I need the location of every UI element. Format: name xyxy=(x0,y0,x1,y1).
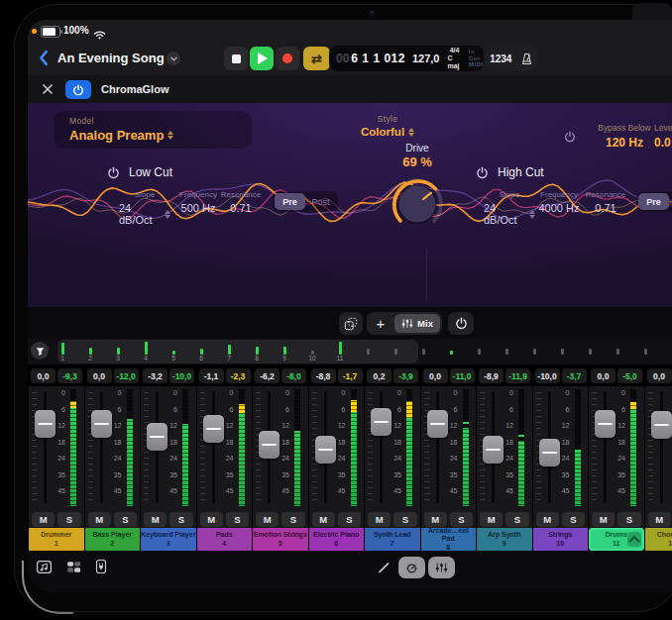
meter-peak-value[interactable]: -5,0 xyxy=(617,368,642,383)
fader-cap[interactable] xyxy=(427,410,448,438)
solo-button[interactable]: S xyxy=(393,512,416,527)
fader-cap[interactable] xyxy=(371,408,392,436)
overview-track-12[interactable] xyxy=(354,341,382,356)
low-cut-power-icon[interactable] xyxy=(107,166,120,179)
solo-button[interactable]: S xyxy=(617,512,640,527)
mute-button[interactable]: M xyxy=(88,512,111,527)
track-name-cell[interactable]: Arp Synth9 xyxy=(477,528,532,551)
metronome-icon[interactable] xyxy=(520,52,533,65)
fader-db-value[interactable]: 0,0 xyxy=(647,368,672,383)
high-cut-pre[interactable]: Pre xyxy=(638,193,669,210)
mute-button[interactable]: M xyxy=(648,512,671,527)
mute-button[interactable]: M xyxy=(256,512,279,527)
track-name-cell[interactable]: Bass Player2 xyxy=(85,528,141,551)
overview-track-5[interactable]: 5 xyxy=(160,341,187,362)
bypass-power-icon[interactable] xyxy=(564,131,576,143)
track-name-cell[interactable]: Chorus V12 xyxy=(645,528,672,551)
mute-button[interactable]: M xyxy=(480,512,503,527)
track-name-cell[interactable]: Strings10 xyxy=(533,528,589,551)
overview-track-16[interactable] xyxy=(465,341,493,356)
song-menu-chevron-icon[interactable] xyxy=(167,52,180,65)
overview-track-14[interactable] xyxy=(409,341,437,356)
overview-track-3[interactable]: 3 xyxy=(104,341,132,362)
overview-track-8[interactable]: 8 xyxy=(243,341,271,362)
solo-button[interactable]: S xyxy=(562,512,585,527)
plugin-power-button[interactable] xyxy=(65,80,91,99)
solo-button[interactable]: S xyxy=(114,512,137,527)
meter-peak-value[interactable]: -8,0 xyxy=(281,368,306,383)
pencil-icon[interactable] xyxy=(377,561,391,574)
track-name-cell[interactable]: Synth Lead7 xyxy=(365,528,420,551)
drive-knob[interactable] xyxy=(388,174,447,238)
style-select[interactable]: Style Colorful xyxy=(361,114,414,138)
solo-button[interactable]: S xyxy=(57,512,80,527)
fader-db-value[interactable]: -10,0 xyxy=(535,368,560,383)
high-cut-power-icon[interactable] xyxy=(476,166,489,179)
back-button[interactable] xyxy=(38,50,52,67)
overview-track-6[interactable]: 6 xyxy=(187,341,215,362)
mute-button[interactable]: M xyxy=(368,512,391,527)
track-name-cell[interactable]: Keyboard Player3 xyxy=(141,528,196,551)
fader-db-value[interactable]: 0,0 xyxy=(31,368,56,383)
track-name-cell[interactable]: Drummer1 xyxy=(29,528,84,551)
count-in-button[interactable]: 1234 xyxy=(490,53,511,64)
cycle-button[interactable]: ⇄ xyxy=(303,47,330,70)
overview-track-4[interactable]: 4 xyxy=(132,341,160,362)
solo-button[interactable]: S xyxy=(505,512,528,527)
fader-db-value[interactable]: -8,9 xyxy=(479,368,504,383)
tracks-overview-strip[interactable]: 1234567891011 xyxy=(28,339,672,364)
mute-button[interactable]: M xyxy=(592,512,615,527)
low-cut-pre-post-toggle[interactable]: Pre Post xyxy=(273,191,338,212)
fader-db-value[interactable]: 0,0 xyxy=(423,368,448,383)
mute-button[interactable]: M xyxy=(144,512,167,527)
solo-button[interactable]: S xyxy=(338,512,361,527)
plugins-icon[interactable] xyxy=(93,559,109,574)
low-cut-frequency[interactable]: Frequency 500 Hz xyxy=(174,190,222,214)
low-cut-post[interactable]: Post xyxy=(305,193,336,210)
overview-track-1[interactable]: 1 xyxy=(49,341,76,362)
fader-cap[interactable] xyxy=(91,410,112,438)
play-button[interactable] xyxy=(250,47,274,70)
overview-track-18[interactable] xyxy=(520,341,548,356)
add-button[interactable]: + xyxy=(367,312,394,335)
meter-peak-value[interactable]: -2,3 xyxy=(226,368,251,383)
fader-cap[interactable] xyxy=(35,410,56,438)
track-name-cell[interactable]: Arcade…eet Pad8 xyxy=(421,528,477,551)
mute-button[interactable]: M xyxy=(424,512,447,527)
overview-track-10[interactable]: 10 xyxy=(298,341,326,362)
level-field[interactable]: Level 0.0 xyxy=(654,123,672,150)
fader-cap[interactable] xyxy=(315,436,336,464)
mute-button[interactable]: M xyxy=(312,512,335,527)
lcd-display[interactable]: 00 6 1 1 012 127,0 4/4 C maj In Out MIDI xyxy=(329,46,484,71)
track-name-cell[interactable]: Emotion Strings5 xyxy=(253,528,308,551)
overview-track-21[interactable] xyxy=(604,341,631,356)
collapse-chevron-icon[interactable] xyxy=(627,532,641,547)
meter-peak-value[interactable]: -1,7 xyxy=(338,368,363,383)
fader-db-value[interactable]: -3,2 xyxy=(143,368,168,383)
fader-db-value[interactable]: -6,2 xyxy=(255,368,280,383)
model-select[interactable]: Model Analog Preamp xyxy=(54,111,252,149)
meter-peak-value[interactable]: -10,0 xyxy=(169,368,194,383)
meter-peak-value[interactable]: -12,0 xyxy=(114,368,139,383)
overview-track-22[interactable] xyxy=(631,341,659,356)
overview-track-9[interactable]: 9 xyxy=(271,341,298,362)
track-name-cell[interactable]: Drums11 xyxy=(589,528,644,551)
overview-track-15[interactable] xyxy=(437,341,465,356)
fader-db-value[interactable]: 0,0 xyxy=(87,368,112,383)
track-name-cell[interactable]: Pads4 xyxy=(197,528,253,551)
overview-track-17[interactable] xyxy=(493,341,520,356)
mixer-power-button[interactable] xyxy=(448,312,474,335)
solo-button[interactable]: S xyxy=(226,512,249,527)
mute-button[interactable]: M xyxy=(32,512,55,527)
meter-peak-value[interactable]: -9,3 xyxy=(57,368,82,383)
fader-cap[interactable] xyxy=(203,415,224,443)
fader-cap[interactable] xyxy=(483,436,504,464)
solo-button[interactable]: S xyxy=(281,512,304,527)
solo-button[interactable]: S xyxy=(450,512,473,527)
solo-button[interactable]: S xyxy=(169,512,192,527)
close-icon[interactable] xyxy=(42,83,54,95)
fader-cap[interactable] xyxy=(651,411,672,439)
song-title[interactable]: An Evening Song xyxy=(57,51,165,65)
low-cut-slope[interactable]: Slope 24 dB/Oct xyxy=(119,190,170,226)
controls-view-button[interactable] xyxy=(398,557,425,578)
